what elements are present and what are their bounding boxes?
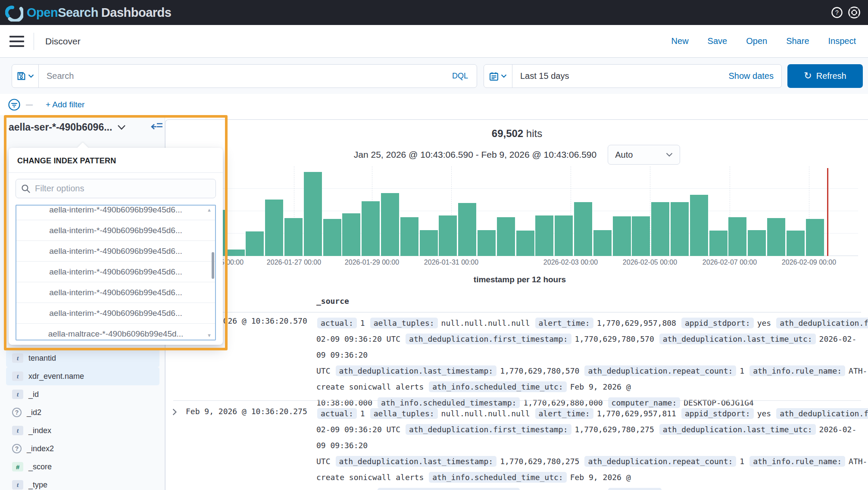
histogram-chart[interactable] bbox=[181, 166, 858, 256]
x-tick-label: 2026-01-31 00:00 bbox=[424, 259, 478, 266]
source-field-key: ath_deduplication.repeat_count: bbox=[584, 456, 736, 467]
popup-filter-field[interactable] bbox=[16, 179, 216, 198]
histogram-bar[interactable] bbox=[728, 217, 746, 256]
source-field-key: ath_deduplication.first_timestamp: bbox=[406, 424, 571, 435]
expand-row-icon[interactable] bbox=[171, 408, 179, 417]
source-field-value: 1,770,629,780,570 bbox=[575, 334, 654, 343]
date-quick-select-button[interactable] bbox=[484, 65, 512, 87]
scroll-up-icon[interactable]: ▲ bbox=[207, 207, 212, 212]
histogram-bar[interactable] bbox=[420, 230, 438, 256]
histogram-bar[interactable] bbox=[690, 195, 708, 256]
saved-query-menu-button[interactable] bbox=[12, 65, 39, 87]
index-pattern-switcher[interactable]: aella-ser-*-490b6096... bbox=[9, 122, 126, 133]
top-nav-new[interactable]: New bbox=[671, 36, 689, 46]
field-type-icon-unknown: ? bbox=[12, 444, 22, 453]
histogram-bar[interactable] bbox=[613, 216, 631, 256]
index-pattern-option[interactable]: aella-interim-*-490b6096b99e45d6... bbox=[16, 303, 215, 324]
histogram-bar[interactable] bbox=[497, 217, 515, 256]
histogram-bar[interactable] bbox=[535, 215, 553, 256]
histogram-bar[interactable] bbox=[767, 218, 785, 256]
histogram-bar[interactable] bbox=[593, 230, 612, 256]
sidebar-field-_type[interactable]: t_type bbox=[6, 476, 159, 490]
histogram-bar[interactable] bbox=[806, 219, 824, 256]
top-nav-inspect[interactable]: Inspect bbox=[828, 36, 856, 46]
search-input[interactable] bbox=[39, 71, 443, 81]
index-pattern-option[interactable]: aella-maltrace-*-490b6096b99e45d... bbox=[16, 324, 215, 340]
histogram-bar[interactable] bbox=[632, 216, 650, 256]
refresh-button[interactable]: ↻Refresh bbox=[787, 64, 863, 88]
top-nav-open[interactable]: Open bbox=[746, 36, 767, 46]
time-range-value[interactable]: Last 15 days bbox=[512, 71, 569, 81]
index-pattern-option[interactable]: aella-interim-*-490b6096b99e45d6... bbox=[16, 241, 215, 262]
scrollbar-thumb[interactable] bbox=[212, 252, 214, 279]
histogram-bar[interactable] bbox=[574, 202, 592, 256]
sidebar-field-_id2[interactable]: ?_id2 bbox=[6, 403, 159, 421]
histogram-bar[interactable] bbox=[671, 202, 689, 256]
current-time-marker bbox=[827, 168, 828, 256]
breadcrumb-bar: Discover NewSaveOpenShareInspect bbox=[0, 25, 868, 58]
source-field-key: ath_info.scheduled_time_utc: bbox=[429, 381, 566, 392]
histogram-bar[interactable] bbox=[323, 219, 341, 256]
histogram-bar[interactable] bbox=[362, 201, 380, 256]
histogram-bar[interactable] bbox=[516, 231, 534, 256]
index-pattern-option[interactable]: aella-interim-*-490b6096b99e45d6... bbox=[16, 282, 215, 303]
index-pattern-option[interactable]: aella-interim-*-490b6096b99e45d6... bbox=[16, 205, 215, 220]
sidebar-field-_id[interactable]: t_id bbox=[6, 385, 159, 403]
help-icon[interactable]: ? bbox=[831, 6, 843, 19]
sidebar-field-xdr_event.name[interactable]: txdr_event.name bbox=[6, 367, 159, 385]
field-type-icon-string: t bbox=[12, 371, 23, 381]
histogram-bar[interactable] bbox=[439, 215, 457, 256]
interval-select[interactable]: Auto bbox=[608, 145, 680, 165]
x-tick-label: 2026-02-03 00:00 bbox=[543, 259, 598, 266]
popup-filter-input[interactable] bbox=[35, 184, 210, 194]
source-field-value: yes bbox=[757, 409, 771, 418]
sidebar-field-tenantid[interactable]: ttenantid bbox=[6, 349, 159, 367]
scroll-down-icon[interactable]: ▼ bbox=[207, 333, 212, 338]
top-nav-share[interactable]: Share bbox=[786, 36, 809, 46]
hits-count: 69,502 hits bbox=[165, 128, 868, 140]
add-filter-button[interactable]: + Add filter bbox=[46, 100, 84, 109]
histogram-bar[interactable] bbox=[342, 213, 360, 256]
collapse-sidebar-icon[interactable] bbox=[151, 122, 164, 132]
show-dates-button[interactable]: Show dates bbox=[728, 71, 781, 81]
feedback-icon[interactable] bbox=[847, 6, 861, 19]
histogram-bar[interactable] bbox=[787, 231, 805, 256]
source-field-value: 1 bbox=[360, 318, 365, 328]
sidebar-field-_score[interactable]: #_score bbox=[6, 458, 159, 476]
source-column-header[interactable]: _source bbox=[316, 296, 349, 306]
sidebar-field-_index[interactable]: t_index bbox=[6, 421, 159, 440]
histogram-bar[interactable] bbox=[458, 203, 476, 256]
histogram-x-axis: 2026-01-25 00:002026-01-27 00:002026-01-… bbox=[181, 259, 858, 269]
histogram-bar[interactable] bbox=[304, 172, 322, 256]
histogram-bar[interactable] bbox=[651, 202, 669, 256]
histogram-bar[interactable] bbox=[478, 230, 496, 256]
histogram-bar[interactable] bbox=[246, 231, 264, 256]
index-pattern-option-list[interactable]: aella-interim-*-490b6096b99e45d6...aella… bbox=[16, 205, 216, 340]
source-field-value: 1,770,629,957,808 bbox=[597, 318, 676, 328]
field-name: tenantid bbox=[28, 354, 56, 363]
histogram-bar[interactable] bbox=[284, 218, 303, 256]
index-pattern-option[interactable]: aella-interim-*-490b6096b99e45d6... bbox=[16, 220, 215, 241]
search-icon bbox=[21, 184, 31, 194]
source-field-value: 1 bbox=[360, 409, 365, 418]
sidebar-field-_index2[interactable]: ?_index2 bbox=[6, 440, 159, 458]
source-field-key: ath_deduplication.first_time_utc: bbox=[776, 318, 868, 328]
change-index-pattern-popup: CHANGE INDEX PATTERN aella-interim-*-490… bbox=[9, 148, 223, 345]
histogram-bar[interactable] bbox=[709, 231, 727, 256]
histogram-bar[interactable] bbox=[400, 217, 418, 256]
histogram-bar[interactable] bbox=[381, 193, 399, 256]
query-language-button[interactable]: DQL bbox=[443, 72, 477, 81]
source-field-key: aella_tuples: bbox=[370, 408, 438, 419]
histogram-bar[interactable] bbox=[265, 200, 283, 256]
histogram-bar[interactable] bbox=[555, 215, 573, 256]
filter-options-icon[interactable] bbox=[8, 98, 21, 111]
source-field-value: 1,770,629,780,275 bbox=[575, 425, 654, 434]
source-field-key: ath_info.rule_name: bbox=[749, 365, 845, 376]
menu-icon[interactable] bbox=[9, 36, 24, 47]
index-pattern-option[interactable]: aella-interim-*-490b6096b99e45d6... bbox=[16, 262, 215, 282]
opensearch-logo[interactable]: OpenSearchDashboards bbox=[5, 3, 171, 22]
field-type-icon-string: t bbox=[12, 426, 23, 435]
histogram-bar[interactable] bbox=[227, 250, 245, 256]
top-nav-save[interactable]: Save bbox=[708, 36, 727, 46]
histogram-bar[interactable] bbox=[748, 230, 766, 256]
